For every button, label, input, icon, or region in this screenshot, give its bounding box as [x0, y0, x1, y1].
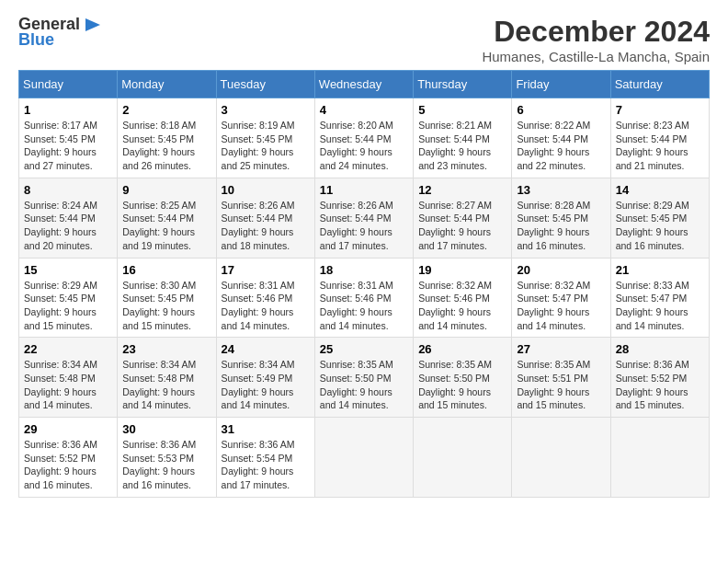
day-detail: Sunrise: 8:25 AMSunset: 5:44 PMDaylight:… [122, 199, 210, 253]
day-number: 11 [320, 183, 408, 197]
calendar-cell: 2Sunrise: 8:18 AMSunset: 5:45 PMDaylight… [118, 98, 216, 178]
header-sunday: Sunday [19, 71, 118, 98]
svg-marker-0 [85, 18, 100, 31]
calendar-cell: 7Sunrise: 8:23 AMSunset: 5:44 PMDaylight… [610, 98, 709, 178]
calendar-cell: 13Sunrise: 8:28 AMSunset: 5:45 PMDayligh… [512, 178, 610, 258]
calendar-cell: 27Sunrise: 8:35 AMSunset: 5:51 PMDayligh… [512, 338, 610, 418]
day-detail: Sunrise: 8:36 AMSunset: 5:54 PMDaylight:… [222, 438, 310, 492]
calendar-cell: 19Sunrise: 8:32 AMSunset: 5:46 PMDayligh… [414, 258, 512, 338]
header-saturday: Saturday [610, 71, 709, 98]
calendar-week-5: 29Sunrise: 8:36 AMSunset: 5:52 PMDayligh… [19, 418, 710, 498]
day-detail: Sunrise: 8:26 AMSunset: 5:44 PMDaylight:… [320, 199, 408, 253]
calendar-cell [314, 418, 413, 498]
day-detail: Sunrise: 8:35 AMSunset: 5:50 PMDaylight:… [418, 358, 506, 412]
day-number: 28 [616, 342, 704, 356]
calendar-cell: 18Sunrise: 8:31 AMSunset: 5:46 PMDayligh… [314, 258, 413, 338]
day-number: 19 [418, 263, 506, 277]
calendar-cell: 23Sunrise: 8:34 AMSunset: 5:48 PMDayligh… [118, 338, 216, 418]
calendar-cell [414, 418, 512, 498]
day-number: 29 [24, 422, 112, 436]
page-header: General Blue December 2024 Humanes, Cast… [18, 15, 710, 64]
day-number: 7 [616, 103, 704, 117]
day-detail: Sunrise: 8:36 AMSunset: 5:52 PMDaylight:… [24, 438, 112, 492]
calendar-title: December 2024 [482, 15, 710, 49]
day-number: 15 [24, 263, 112, 277]
calendar-cell: 16Sunrise: 8:30 AMSunset: 5:45 PMDayligh… [118, 258, 216, 338]
calendar-week-1: 1Sunrise: 8:17 AMSunset: 5:45 PMDaylight… [19, 98, 710, 178]
day-detail: Sunrise: 8:28 AMSunset: 5:45 PMDaylight:… [517, 199, 605, 253]
day-detail: Sunrise: 8:30 AMSunset: 5:45 PMDaylight:… [122, 279, 210, 333]
day-number: 20 [517, 263, 605, 277]
day-detail: Sunrise: 8:34 AMSunset: 5:49 PMDaylight:… [222, 358, 310, 412]
calendar-cell: 9Sunrise: 8:25 AMSunset: 5:44 PMDaylight… [118, 178, 216, 258]
day-detail: Sunrise: 8:34 AMSunset: 5:48 PMDaylight:… [24, 358, 112, 412]
day-number: 5 [418, 103, 506, 117]
logo-blue-text: Blue [18, 30, 54, 50]
day-detail: Sunrise: 8:29 AMSunset: 5:45 PMDaylight:… [24, 279, 112, 333]
calendar-cell: 3Sunrise: 8:19 AMSunset: 5:45 PMDaylight… [216, 98, 314, 178]
calendar-cell: 1Sunrise: 8:17 AMSunset: 5:45 PMDaylight… [19, 98, 118, 178]
calendar-week-3: 15Sunrise: 8:29 AMSunset: 5:45 PMDayligh… [19, 258, 710, 338]
day-detail: Sunrise: 8:22 AMSunset: 5:44 PMDaylight:… [517, 119, 605, 173]
calendar-cell: 14Sunrise: 8:29 AMSunset: 5:45 PMDayligh… [610, 178, 709, 258]
calendar-table: SundayMondayTuesdayWednesdayThursdayFrid… [18, 70, 710, 498]
calendar-cell: 17Sunrise: 8:31 AMSunset: 5:46 PMDayligh… [216, 258, 314, 338]
header-thursday: Thursday [414, 71, 512, 98]
day-detail: Sunrise: 8:32 AMSunset: 5:47 PMDaylight:… [517, 279, 605, 333]
calendar-cell [512, 418, 610, 498]
title-area: December 2024 Humanes, Castille-La Manch… [482, 15, 710, 64]
header-tuesday: Tuesday [216, 71, 314, 98]
header-monday: Monday [118, 71, 216, 98]
day-detail: Sunrise: 8:29 AMSunset: 5:45 PMDaylight:… [616, 199, 704, 253]
day-number: 18 [320, 263, 408, 277]
day-number: 16 [122, 263, 210, 277]
day-number: 14 [616, 183, 704, 197]
calendar-cell: 29Sunrise: 8:36 AMSunset: 5:52 PMDayligh… [19, 418, 118, 498]
day-detail: Sunrise: 8:17 AMSunset: 5:45 PMDaylight:… [24, 119, 112, 173]
day-number: 9 [122, 183, 210, 197]
calendar-cell: 25Sunrise: 8:35 AMSunset: 5:50 PMDayligh… [314, 338, 413, 418]
calendar-cell: 12Sunrise: 8:27 AMSunset: 5:44 PMDayligh… [414, 178, 512, 258]
calendar-week-2: 8Sunrise: 8:24 AMSunset: 5:44 PMDaylight… [19, 178, 710, 258]
day-detail: Sunrise: 8:35 AMSunset: 5:51 PMDaylight:… [517, 358, 605, 412]
calendar-cell: 8Sunrise: 8:24 AMSunset: 5:44 PMDaylight… [19, 178, 118, 258]
day-number: 2 [122, 103, 210, 117]
calendar-cell: 28Sunrise: 8:36 AMSunset: 5:52 PMDayligh… [610, 338, 709, 418]
day-detail: Sunrise: 8:21 AMSunset: 5:44 PMDaylight:… [418, 119, 506, 173]
calendar-cell: 26Sunrise: 8:35 AMSunset: 5:50 PMDayligh… [414, 338, 512, 418]
day-detail: Sunrise: 8:20 AMSunset: 5:44 PMDaylight:… [320, 119, 408, 173]
day-detail: Sunrise: 8:35 AMSunset: 5:50 PMDaylight:… [320, 358, 408, 412]
day-detail: Sunrise: 8:19 AMSunset: 5:45 PMDaylight:… [222, 119, 310, 173]
day-number: 24 [222, 342, 310, 356]
day-detail: Sunrise: 8:31 AMSunset: 5:46 PMDaylight:… [222, 279, 310, 333]
calendar-cell: 24Sunrise: 8:34 AMSunset: 5:49 PMDayligh… [216, 338, 314, 418]
day-detail: Sunrise: 8:36 AMSunset: 5:52 PMDaylight:… [616, 358, 704, 412]
calendar-week-4: 22Sunrise: 8:34 AMSunset: 5:48 PMDayligh… [19, 338, 710, 418]
day-number: 27 [517, 342, 605, 356]
day-detail: Sunrise: 8:31 AMSunset: 5:46 PMDaylight:… [320, 279, 408, 333]
calendar-cell: 4Sunrise: 8:20 AMSunset: 5:44 PMDaylight… [314, 98, 413, 178]
day-detail: Sunrise: 8:26 AMSunset: 5:44 PMDaylight:… [222, 199, 310, 253]
day-number: 17 [222, 263, 310, 277]
day-detail: Sunrise: 8:36 AMSunset: 5:53 PMDaylight:… [122, 438, 210, 492]
day-number: 22 [24, 342, 112, 356]
calendar-cell: 31Sunrise: 8:36 AMSunset: 5:54 PMDayligh… [216, 418, 314, 498]
day-number: 23 [122, 342, 210, 356]
day-detail: Sunrise: 8:33 AMSunset: 5:47 PMDaylight:… [616, 279, 704, 333]
day-number: 13 [517, 183, 605, 197]
day-number: 30 [122, 422, 210, 436]
header-friday: Friday [512, 71, 610, 98]
calendar-cell [610, 418, 709, 498]
day-number: 10 [222, 183, 310, 197]
calendar-cell: 21Sunrise: 8:33 AMSunset: 5:47 PMDayligh… [610, 258, 709, 338]
day-detail: Sunrise: 8:32 AMSunset: 5:46 PMDaylight:… [418, 279, 506, 333]
logo-flag-icon [82, 17, 102, 33]
day-detail: Sunrise: 8:23 AMSunset: 5:44 PMDaylight:… [616, 119, 704, 173]
day-detail: Sunrise: 8:18 AMSunset: 5:45 PMDaylight:… [122, 119, 210, 173]
day-number: 1 [24, 103, 112, 117]
day-detail: Sunrise: 8:24 AMSunset: 5:44 PMDaylight:… [24, 199, 112, 253]
day-number: 26 [418, 342, 506, 356]
day-number: 21 [616, 263, 704, 277]
day-number: 12 [418, 183, 506, 197]
calendar-cell: 6Sunrise: 8:22 AMSunset: 5:44 PMDaylight… [512, 98, 610, 178]
